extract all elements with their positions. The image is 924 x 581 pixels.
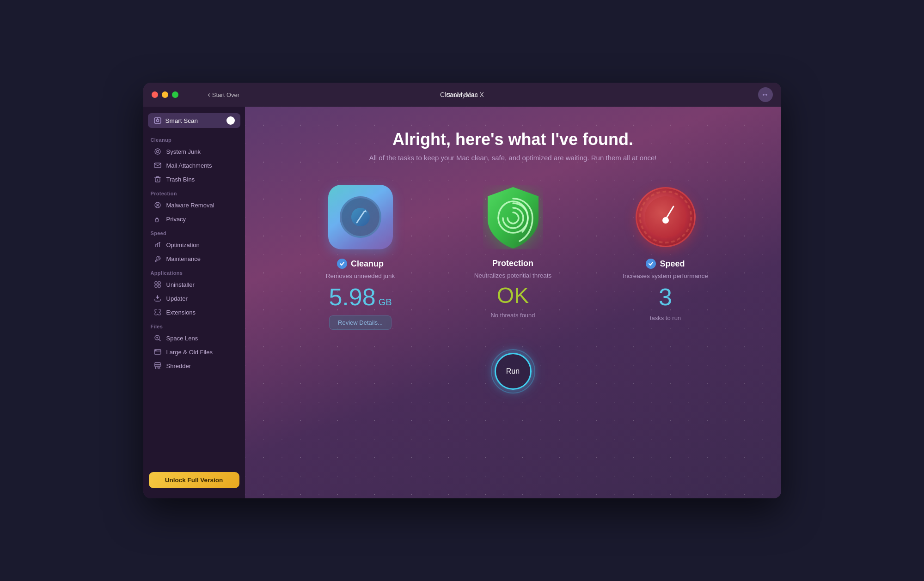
cleanup-value-row: 5.98 GB (329, 283, 392, 311)
svg-rect-22 (158, 285, 160, 287)
shield-icon-wrap (481, 185, 545, 249)
optimization-icon (153, 241, 162, 249)
sidebar-item-system-junk[interactable]: System Junk (146, 145, 242, 158)
svg-line-34 (357, 212, 364, 223)
sidebar-item-shredder[interactable]: Shredder (146, 359, 242, 373)
disk-center (351, 208, 370, 226)
svg-point-1 (156, 120, 159, 122)
speedo-needle-svg (645, 196, 686, 238)
sidebar-item-maintenance[interactable]: Maintenance (146, 252, 242, 266)
svg-rect-29 (155, 363, 160, 365)
run-button-wrap: Run (495, 353, 532, 390)
sidebar-item-malware-removal-label: Malware Removal (166, 202, 214, 209)
svg-line-33 (159, 367, 160, 369)
large-old-files-icon (153, 348, 162, 356)
sidebar-item-space-lens[interactable]: Space Lens (146, 331, 242, 345)
sidebar-item-updater[interactable]: Updater (146, 291, 242, 305)
sidebar-item-privacy[interactable]: Privacy (146, 212, 242, 226)
protection-card-subtitle: Neutralizes potential threats (474, 272, 551, 279)
sidebar-item-privacy-label: Privacy (166, 216, 186, 223)
smart-scan-label: Smart Scan (165, 117, 198, 124)
protection-card-title: Protection (492, 259, 533, 268)
uninstaller-icon (153, 280, 162, 289)
review-details-button[interactable]: Review Details... (329, 315, 392, 330)
disk-inner (340, 196, 381, 238)
speed-card-subtitle: Increases system performance (623, 272, 708, 279)
speed-note: tasks to run (650, 315, 681, 321)
cleanup-check-icon (337, 259, 347, 269)
maximize-button[interactable] (172, 91, 178, 98)
titlebar: CleanMyMac X ‹ Start Over Smart Scan •• (143, 83, 781, 107)
updater-icon (153, 294, 162, 303)
cleanup-unit: GB (379, 297, 392, 308)
speedo-inner (645, 196, 686, 238)
sidebar-item-trash-bins[interactable]: Trash Bins (146, 172, 242, 186)
sidebar-item-uninstaller[interactable]: Uninstaller (146, 278, 242, 291)
svg-line-32 (158, 367, 159, 369)
main-content: Alright, here's what I've found. All of … (245, 107, 781, 498)
svg-point-38 (662, 217, 669, 224)
back-arrow-icon: ‹ (208, 91, 210, 99)
svg-rect-20 (158, 282, 160, 284)
section-applications-label: Applications (143, 266, 245, 278)
screwdriver-icon (351, 208, 370, 226)
maintenance-icon (153, 254, 162, 263)
window-title: Smart Scan (447, 91, 478, 98)
sidebar-item-extensions[interactable]: Extensions (146, 305, 242, 319)
card-protection: Protection Neutralizes potential threats… (444, 185, 582, 319)
sidebar-bottom: Unlock Full Version (143, 466, 245, 495)
cleanup-value: 5.98 (329, 283, 375, 311)
space-lens-icon (153, 334, 162, 342)
svg-point-12 (155, 219, 159, 222)
svg-line-31 (157, 367, 157, 369)
mail-attachments-icon (153, 161, 162, 169)
sidebar-item-system-junk-label: System Junk (166, 148, 201, 155)
close-button[interactable] (152, 91, 158, 98)
svg-rect-5 (154, 163, 161, 168)
sidebar-item-space-lens-label: Space Lens (166, 335, 198, 342)
sidebar-item-maintenance-label: Maintenance (166, 255, 201, 262)
trash-bins-icon (153, 175, 162, 183)
shield-svg (483, 185, 543, 249)
speed-check-icon (646, 259, 656, 269)
sidebar-item-mail-attachments[interactable]: Mail Attachments (146, 158, 242, 172)
nav-back-button[interactable]: ‹ Start Over (208, 91, 240, 99)
smart-scan-icon (153, 116, 162, 125)
traffic-lights (152, 91, 178, 98)
app-window: CleanMyMac X ‹ Start Over Smart Scan •• (143, 83, 781, 498)
hero-subtitle: All of the tasks to keep your Mac clean,… (369, 154, 657, 162)
system-junk-icon (153, 147, 162, 156)
sidebar-item-shredder-label: Shredder (166, 363, 191, 369)
run-button[interactable]: Run (495, 353, 532, 390)
sidebar-item-large-old-files[interactable]: Large & Old Files (146, 345, 242, 359)
nav-back-label: Start Over (212, 91, 239, 98)
disk-icon (328, 185, 393, 249)
svg-line-24 (159, 339, 160, 341)
card-speed: Speed Increases system performance 3 tas… (596, 185, 735, 321)
hero-title: Alright, here's what I've found. (392, 130, 633, 149)
sidebar-item-optimization-label: Optimization (166, 242, 200, 248)
smart-scan-left: Smart Scan (153, 116, 198, 125)
protection-note: No threats found (490, 312, 535, 319)
svg-point-4 (156, 151, 159, 153)
cards-row: Cleanup Removes unneeded junk 5.98 GB Re… (291, 185, 735, 330)
cleanup-title-row: Cleanup (337, 259, 384, 269)
extensions-icon (153, 308, 162, 316)
speed-title-row: Speed (646, 259, 685, 269)
sidebar: Smart Scan Cleanup System Junk (143, 107, 245, 498)
sidebar-item-malware-removal[interactable]: Malware Removal (146, 198, 242, 212)
avatar-button[interactable]: •• (758, 87, 773, 102)
cleanup-icon-wrap (328, 185, 393, 249)
minimize-button[interactable] (162, 91, 168, 98)
speed-card-title: Speed (660, 259, 685, 269)
sidebar-item-smart-scan[interactable]: Smart Scan (148, 113, 240, 128)
protection-value: OK (497, 283, 529, 308)
sidebar-item-large-old-files-label: Large & Old Files (166, 349, 213, 356)
smart-scan-toggle[interactable] (226, 116, 235, 125)
sidebar-item-optimization[interactable]: Optimization (146, 238, 242, 252)
unlock-full-version-button[interactable]: Unlock Full Version (149, 472, 239, 488)
svg-rect-21 (155, 285, 157, 287)
protection-title-row: Protection (492, 259, 533, 268)
avatar-icon: •• (763, 91, 768, 98)
speedometer-circle (636, 187, 696, 247)
